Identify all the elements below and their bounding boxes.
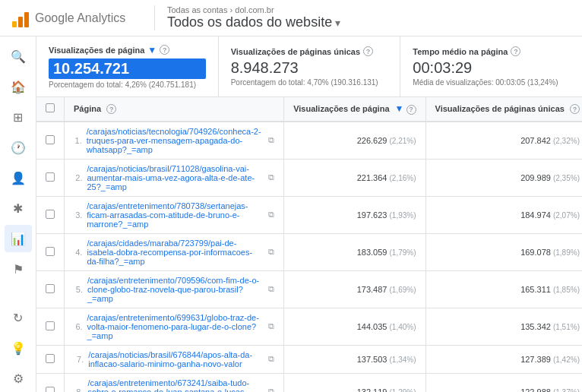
- sidebar-lightbulb-icon[interactable]: 💡: [5, 334, 32, 362]
- unique-pct-6: (1,42%): [553, 356, 580, 364]
- page-link-0[interactable]: /carajas/noticias/tecnologia/704926/conh…: [87, 127, 264, 154]
- stat-unique-views-sub: Porcentagem do total: 4,70% (190.316.131…: [231, 78, 388, 87]
- stat-page-views-sub: Porcentagem do total: 4,26% (240.751.181…: [49, 81, 206, 89]
- table-row: 2. /carajas/noticias/brasil/711028/gasol…: [36, 159, 582, 196]
- unique-cell-4: 165.311 (1,85%): [425, 270, 582, 308]
- page-cell-3: 4. /carajas/cidades/maraba/723799/pai-de…: [65, 233, 284, 270]
- stat-info-icon-1[interactable]: ?: [363, 46, 373, 56]
- unique-cell-5: 135.342 (1,51%): [425, 308, 582, 345]
- page-link-2[interactable]: /carajas/entretenimento/780738/sertaneja…: [87, 201, 264, 229]
- external-link-icon-7: ⧉: [268, 387, 274, 392]
- sidebar-behavior-icon[interactable]: 📊: [5, 225, 32, 252]
- col-views-header[interactable]: Visualizações de página ▼ ?: [284, 97, 425, 122]
- page-link-3[interactable]: /carajas/cidades/maraba/723799/pai-de-is…: [87, 239, 264, 266]
- col-page-info-icon[interactable]: ?: [106, 104, 116, 114]
- table-row: 1. /carajas/noticias/tecnologia/704926/c…: [36, 122, 582, 160]
- layout: 🔍 🏠 ⊞ 🕐 👤 ✱ 📊 ⚑ ↻ 💡 ⚙ Visualizações de p…: [0, 36, 582, 392]
- row-num-6: 7.: [74, 355, 84, 364]
- col-unique-header[interactable]: Visualizações de páginas únicas ?: [425, 97, 582, 122]
- row-checkbox-4[interactable]: [36, 270, 65, 308]
- stat-info-icon-0[interactable]: ?: [160, 45, 169, 55]
- row-checkbox-7[interactable]: [36, 373, 65, 392]
- sidebar-refresh-icon[interactable]: ↻: [5, 304, 32, 331]
- row-num-4: 5.: [74, 285, 83, 294]
- col-views-info-icon[interactable]: ?: [406, 105, 416, 115]
- checkbox-box-2: [46, 210, 55, 219]
- row-num-0: 1.: [74, 136, 82, 145]
- col-unique-info-icon[interactable]: ?: [570, 104, 580, 114]
- page-link-1[interactable]: /carajas/noticias/brasil/711028/gasolina…: [87, 164, 264, 191]
- stat-page-views: Visualizações de página ▼ ? 10.254.721 P…: [36, 36, 219, 96]
- row-num-2: 3.: [74, 210, 82, 220]
- page-cell-1: 2. /carajas/noticias/brasil/711028/gasol…: [65, 159, 284, 196]
- external-link-icon-3: ⧉: [268, 247, 274, 257]
- stat-info-icon-2[interactable]: ?: [511, 46, 520, 56]
- app-title: Google Analytics: [35, 11, 125, 25]
- sidebar-reports-icon[interactable]: ⊞: [5, 103, 32, 131]
- page-link-5[interactable]: /carajas/entretenimento/699631/globo-tra…: [87, 313, 264, 340]
- views-pct-3: (1,79%): [390, 248, 416, 257]
- sort-icon[interactable]: ▼: [147, 45, 157, 55]
- select-all-checkbox-header[interactable]: [36, 97, 65, 122]
- row-checkbox-2[interactable]: [36, 196, 65, 233]
- views-cell-2: 197.623 (1,93%): [284, 196, 425, 233]
- stat-unique-views-value: 8.948.273: [231, 59, 388, 77]
- breadcrumb-top: Todas as contas › dol.com.br: [167, 5, 340, 14]
- row-checkbox-5[interactable]: [36, 308, 65, 345]
- sidebar: 🔍 🏠 ⊞ 🕐 👤 ✱ 📊 ⚑ ↻ 💡 ⚙: [0, 36, 36, 392]
- stat-unique-views: Visualizações de páginas únicas ? 8.948.…: [219, 36, 401, 96]
- external-link-icon-6: ⧉: [268, 354, 274, 364]
- views-cell-4: 173.487 (1,69%): [284, 270, 425, 308]
- unique-cell-6: 127.389 (1,42%): [425, 345, 582, 373]
- sidebar-settings-icon[interactable]: ⚙: [5, 365, 32, 392]
- unique-pct-4: (1,85%): [553, 286, 580, 294]
- views-cell-7: 132.119 (1,29%): [284, 373, 425, 392]
- page-link-7[interactable]: /carajas/entretenimento/673241/saiba-tud…: [87, 378, 264, 393]
- checkbox-box-1: [46, 172, 55, 182]
- logo-area: Google Analytics: [12, 9, 154, 27]
- views-pct-6: (1,34%): [390, 356, 416, 364]
- table-row: 3. /carajas/entretenimento/780738/sertan…: [36, 196, 582, 233]
- views-pct-0: (2,21%): [390, 137, 416, 145]
- sidebar-audience-icon[interactable]: 👤: [5, 164, 32, 191]
- checkbox-box-3: [46, 247, 55, 256]
- sidebar-acquisition-icon[interactable]: ✱: [5, 194, 32, 222]
- breadcrumb-area: Todas as contas › dol.com.br Todos os da…: [154, 5, 340, 30]
- views-pct-5: (1,40%): [390, 323, 416, 331]
- views-pct-4: (1,69%): [390, 286, 416, 294]
- views-cell-3: 183.059 (1,79%): [284, 233, 425, 270]
- sidebar-conversions-icon[interactable]: ⚑: [5, 255, 32, 283]
- views-cell-6: 137.503 (1,34%): [284, 345, 425, 373]
- stat-avg-time-sub: Média de visualizações: 00:03:05 (13,24%…: [413, 78, 570, 87]
- row-num-5: 6.: [74, 322, 83, 331]
- sidebar-realtime-icon[interactable]: 🕐: [5, 134, 32, 161]
- unique-cell-1: 209.989 (2,35%): [425, 159, 582, 196]
- checkbox-box-5: [46, 321, 55, 330]
- row-checkbox-6[interactable]: [36, 345, 65, 373]
- logo-icon: [12, 9, 29, 27]
- sidebar-search-icon[interactable]: 🔍: [5, 43, 32, 70]
- unique-cell-0: 207.842 (2,32%): [425, 122, 582, 160]
- chevron-down-icon: ▾: [335, 17, 340, 29]
- views-pct-1: (2,16%): [390, 174, 416, 182]
- external-link-icon-2: ⧉: [268, 210, 274, 220]
- page-cell-0: 1. /carajas/noticias/tecnologia/704926/c…: [65, 122, 284, 160]
- stat-avg-time-header: Tempo médio na página ?: [413, 46, 570, 56]
- sidebar-home-icon[interactable]: 🏠: [5, 73, 32, 100]
- external-link-icon-5: ⧉: [268, 321, 274, 331]
- main-content: Visualizações de página ▼ ? 10.254.721 P…: [36, 36, 582, 392]
- header-checkbox-box: [46, 103, 55, 112]
- breadcrumb-title[interactable]: Todos os dados do website ▾: [167, 14, 340, 30]
- col-page-header[interactable]: Página ?: [65, 97, 284, 122]
- row-num-1: 2.: [74, 173, 82, 182]
- col-views-sort-icon[interactable]: ▼: [395, 103, 404, 114]
- page-link-4[interactable]: /carajas/entretenimento/709596/com-fim-d…: [87, 276, 264, 303]
- page-link-6[interactable]: /carajas/noticias/brasil/676844/apos-alt…: [88, 350, 264, 368]
- row-num-7: 8.: [74, 387, 83, 393]
- row-checkbox-0[interactable]: [36, 122, 65, 160]
- stat-page-views-value: 10.254.721: [49, 58, 206, 79]
- row-checkbox-1[interactable]: [36, 159, 65, 196]
- stat-page-views-header: Visualizações de página ▼ ?: [49, 45, 206, 55]
- row-checkbox-3[interactable]: [36, 233, 65, 270]
- unique-pct-3: (1,89%): [553, 248, 580, 257]
